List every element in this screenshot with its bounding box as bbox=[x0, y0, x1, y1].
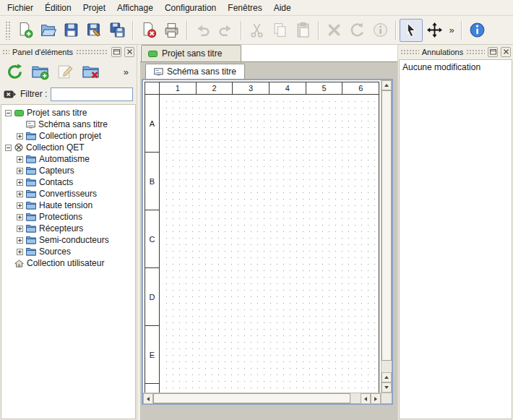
toolbar-extension-button[interactable]: » bbox=[446, 19, 457, 42]
elements-panel-header: Panel d'éléments bbox=[0, 45, 137, 59]
scroll-down-button[interactable] bbox=[381, 382, 392, 393]
tree-item-haute-tension[interactable]: Haute tension bbox=[1, 200, 135, 211]
save-all-button[interactable] bbox=[105, 19, 129, 42]
column-ruler: 1 2 3 4 5 6 bbox=[160, 82, 379, 95]
paste-button[interactable] bbox=[291, 19, 314, 42]
diagram-canvas[interactable] bbox=[160, 95, 379, 393]
tree-item-label: Automatisme bbox=[39, 154, 90, 164]
undo-list[interactable]: Aucune modification bbox=[399, 59, 512, 419]
tree-item-collection-projet[interactable]: Collection projet bbox=[1, 130, 135, 142]
new-element-button[interactable] bbox=[29, 61, 51, 82]
scroll-thumb[interactable] bbox=[153, 393, 350, 403]
tree-item-recepteurs[interactable]: Récepteurs bbox=[1, 223, 135, 234]
expand-icon[interactable] bbox=[17, 237, 23, 244]
expand-icon[interactable] bbox=[17, 214, 23, 220]
edit-element-button[interactable] bbox=[54, 61, 76, 82]
save-as-button[interactable] bbox=[82, 19, 105, 42]
horizontal-scrollbar[interactable] bbox=[143, 393, 381, 403]
float-panel-button[interactable] bbox=[488, 47, 498, 57]
tab-projet-sans-titre[interactable]: Projet sans titre bbox=[141, 45, 241, 61]
column-header: 5 bbox=[306, 82, 342, 94]
scroll-up-button-2[interactable] bbox=[381, 372, 392, 382]
expand-icon[interactable] bbox=[17, 191, 23, 197]
scroll-left-button[interactable] bbox=[143, 393, 153, 404]
menu-edition[interactable]: Édition bbox=[39, 1, 77, 15]
expand-icon[interactable] bbox=[17, 133, 23, 140]
pan-mode-button[interactable] bbox=[423, 19, 446, 42]
tree-item-convertisseurs[interactable]: Convertisseurs bbox=[1, 188, 135, 200]
collapse-icon[interactable] bbox=[5, 145, 12, 151]
menu-affichage[interactable]: Affichage bbox=[111, 1, 159, 15]
rotate-button[interactable] bbox=[345, 19, 368, 42]
delete-icon bbox=[326, 22, 342, 38]
filter-input[interactable] bbox=[51, 87, 133, 101]
expand-icon[interactable] bbox=[17, 202, 23, 209]
reload-collections-button[interactable] bbox=[4, 61, 25, 82]
scroll-thumb[interactable] bbox=[381, 90, 392, 361]
menu-configuration[interactable]: Configuration bbox=[159, 1, 222, 15]
main-area: Panel d'éléments bbox=[0, 45, 513, 420]
toolbar-separator bbox=[132, 21, 133, 40]
expand-icon[interactable] bbox=[17, 249, 23, 255]
open-project-button[interactable] bbox=[36, 19, 59, 42]
redo-button[interactable] bbox=[214, 19, 237, 42]
diagram-view[interactable]: 1 2 3 4 5 6 A B C D bbox=[143, 80, 381, 393]
print-button[interactable] bbox=[160, 19, 183, 42]
new-project-button[interactable] bbox=[13, 19, 36, 42]
delete-element-button[interactable] bbox=[79, 61, 101, 82]
float-icon bbox=[489, 48, 497, 56]
menu-aide[interactable]: Aide bbox=[268, 1, 297, 15]
dock-grip[interactable] bbox=[400, 49, 419, 54]
tree-item-protections[interactable]: Protections bbox=[1, 211, 135, 223]
tree-item-contacts[interactable]: Contacts bbox=[1, 176, 135, 188]
close-panel-button[interactable] bbox=[501, 47, 511, 57]
expand-icon[interactable] bbox=[17, 168, 23, 174]
schema-icon bbox=[154, 68, 163, 76]
tree-item-automatisme[interactable]: Automatisme bbox=[1, 153, 135, 165]
tab-schema-sans-titre[interactable]: Schéma sans titre bbox=[145, 64, 245, 79]
close-panel-button[interactable] bbox=[124, 47, 134, 57]
tree-item-collection-qet[interactable]: Collection QET bbox=[1, 142, 135, 153]
expand-icon[interactable] bbox=[17, 226, 23, 232]
close-file-icon bbox=[140, 22, 157, 38]
scroll-track[interactable] bbox=[153, 393, 361, 403]
expand-icon[interactable] bbox=[17, 156, 23, 163]
tree-item-sources[interactable]: Sources bbox=[1, 246, 135, 257]
close-icon bbox=[126, 48, 134, 56]
undo-button[interactable] bbox=[191, 19, 214, 42]
menu-projet[interactable]: Projet bbox=[77, 1, 111, 15]
cut-icon bbox=[249, 22, 265, 38]
tree-item-label: Convertisseurs bbox=[39, 189, 97, 199]
scroll-right-button[interactable] bbox=[371, 393, 381, 404]
close-file-button[interactable] bbox=[137, 19, 160, 42]
toolbar-handle[interactable] bbox=[5, 21, 10, 40]
elements-tree: Projet sans titre Schéma sans titre Coll… bbox=[1, 104, 136, 419]
dock-grip[interactable] bbox=[466, 49, 485, 54]
dock-grip[interactable] bbox=[2, 49, 9, 54]
dock-grip[interactable] bbox=[76, 49, 108, 54]
collapse-icon[interactable] bbox=[5, 110, 12, 116]
float-panel-button[interactable] bbox=[111, 47, 121, 57]
delete-button[interactable] bbox=[322, 19, 345, 42]
scroll-track[interactable] bbox=[381, 90, 392, 372]
about-button[interactable] bbox=[465, 19, 488, 42]
scroll-left-button-2[interactable] bbox=[361, 393, 371, 404]
tree-item-capteurs[interactable]: Capteurs bbox=[1, 165, 135, 176]
expand-icon[interactable] bbox=[17, 179, 23, 186]
panel-toolbar-extension-button[interactable]: » bbox=[119, 66, 133, 78]
clear-filter-button[interactable] bbox=[4, 90, 17, 99]
tree-item-schema-sans-titre[interactable]: Schéma sans titre bbox=[1, 119, 135, 130]
conductor-properties-button[interactable] bbox=[368, 19, 392, 42]
tree-item-semi-conducteurs[interactable]: Semi-conducteurs bbox=[1, 234, 135, 246]
cut-button[interactable] bbox=[245, 19, 268, 42]
vertical-scrollbar[interactable] bbox=[381, 80, 392, 393]
select-mode-button[interactable] bbox=[400, 19, 423, 42]
scroll-up-button[interactable] bbox=[381, 80, 392, 90]
tree-item-collection-utilisateur[interactable]: Collection utilisateur bbox=[1, 257, 135, 269]
folder-icon bbox=[26, 166, 36, 175]
menu-fichier[interactable]: Fichier bbox=[1, 1, 39, 15]
save-button[interactable] bbox=[59, 19, 82, 42]
tree-item-projet-sans-titre[interactable]: Projet sans titre bbox=[1, 107, 135, 119]
copy-button[interactable] bbox=[268, 19, 291, 42]
menu-fenetres[interactable]: Fenêtres bbox=[222, 1, 267, 15]
